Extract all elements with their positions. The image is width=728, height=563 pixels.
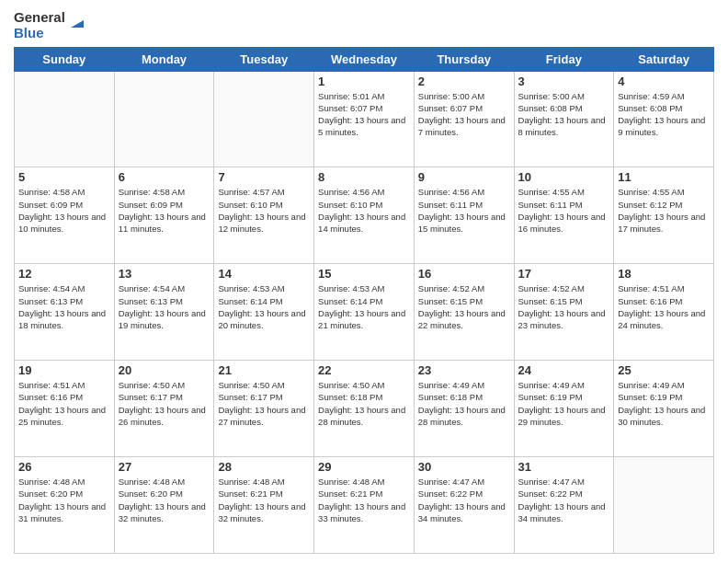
day-info: Sunrise: 4:49 AM Sunset: 6:19 PM Dayligh…	[618, 379, 710, 428]
day-number: 9	[418, 170, 510, 184]
calendar-week-1: 5Sunrise: 4:58 AM Sunset: 6:09 PM Daylig…	[15, 167, 714, 264]
calendar-cell: 7Sunrise: 4:57 AM Sunset: 6:10 PM Daylig…	[214, 167, 314, 264]
calendar-cell: 13Sunrise: 4:54 AM Sunset: 6:13 PM Dayli…	[114, 264, 214, 361]
calendar-cell: 12Sunrise: 4:54 AM Sunset: 6:13 PM Dayli…	[15, 264, 115, 361]
day-info: Sunrise: 4:50 AM Sunset: 6:17 PM Dayligh…	[119, 379, 210, 428]
day-number: 17	[518, 267, 610, 281]
day-number: 23	[418, 363, 510, 377]
day-number: 3	[518, 75, 610, 88]
calendar-cell: 23Sunrise: 4:49 AM Sunset: 6:18 PM Dayli…	[414, 361, 514, 457]
day-number: 16	[418, 267, 510, 281]
day-number: 19	[18, 363, 110, 377]
day-info: Sunrise: 4:48 AM Sunset: 6:21 PM Dayligh…	[318, 476, 410, 524]
calendar-cell: 8Sunrise: 4:56 AM Sunset: 6:10 PM Daylig…	[314, 167, 415, 264]
calendar-cell: 6Sunrise: 4:58 AM Sunset: 6:09 PM Daylig…	[114, 167, 214, 264]
day-info: Sunrise: 4:53 AM Sunset: 6:14 PM Dayligh…	[218, 282, 310, 331]
calendar-cell	[15, 71, 115, 167]
day-info: Sunrise: 4:54 AM Sunset: 6:13 PM Dayligh…	[119, 282, 210, 331]
calendar-cell: 28Sunrise: 4:48 AM Sunset: 6:21 PM Dayli…	[214, 457, 314, 554]
day-info: Sunrise: 5:01 AM Sunset: 6:07 PM Dayligh…	[318, 90, 410, 139]
calendar-cell: 17Sunrise: 4:52 AM Sunset: 6:15 PM Dayli…	[514, 264, 614, 361]
day-info: Sunrise: 4:56 AM Sunset: 6:11 PM Dayligh…	[418, 186, 510, 235]
calendar-cell: 16Sunrise: 4:52 AM Sunset: 6:15 PM Dayli…	[414, 264, 514, 361]
day-number: 2	[418, 75, 510, 88]
weekday-thursday: Thursday	[414, 47, 514, 71]
day-info: Sunrise: 4:57 AM Sunset: 6:10 PM Dayligh…	[218, 186, 310, 235]
calendar-cell: 11Sunrise: 4:55 AM Sunset: 6:12 PM Dayli…	[614, 167, 714, 264]
calendar-cell	[614, 457, 714, 554]
day-info: Sunrise: 4:58 AM Sunset: 6:09 PM Dayligh…	[18, 186, 110, 235]
day-number: 21	[218, 363, 310, 377]
calendar-cell: 1Sunrise: 5:01 AM Sunset: 6:07 PM Daylig…	[314, 71, 415, 167]
calendar-cell: 24Sunrise: 4:49 AM Sunset: 6:19 PM Dayli…	[514, 361, 614, 457]
calendar-cell: 9Sunrise: 4:56 AM Sunset: 6:11 PM Daylig…	[414, 167, 514, 264]
day-number: 13	[119, 267, 210, 281]
day-info: Sunrise: 4:50 AM Sunset: 6:18 PM Dayligh…	[318, 379, 410, 428]
weekday-wednesday: Wednesday	[314, 47, 415, 71]
day-number: 14	[218, 267, 310, 281]
weekday-monday: Monday	[114, 47, 214, 71]
day-number: 1	[318, 75, 410, 88]
day-number: 31	[518, 460, 610, 474]
page-header: General Blue	[14, 9, 714, 41]
day-info: Sunrise: 4:48 AM Sunset: 6:20 PM Dayligh…	[18, 476, 110, 524]
calendar-cell: 27Sunrise: 4:48 AM Sunset: 6:20 PM Dayli…	[114, 457, 214, 554]
day-info: Sunrise: 4:47 AM Sunset: 6:22 PM Dayligh…	[518, 476, 610, 524]
calendar-week-2: 12Sunrise: 4:54 AM Sunset: 6:13 PM Dayli…	[15, 264, 714, 361]
day-info: Sunrise: 4:53 AM Sunset: 6:14 PM Dayligh…	[318, 282, 410, 331]
weekday-header-row: SundayMondayTuesdayWednesdayThursdayFrid…	[15, 47, 714, 71]
calendar-cell: 19Sunrise: 4:51 AM Sunset: 6:16 PM Dayli…	[15, 361, 115, 457]
day-number: 27	[119, 460, 210, 474]
day-info: Sunrise: 4:55 AM Sunset: 6:11 PM Dayligh…	[518, 186, 610, 235]
weekday-friday: Friday	[514, 47, 614, 71]
day-info: Sunrise: 4:52 AM Sunset: 6:15 PM Dayligh…	[418, 282, 510, 331]
weekday-sunday: Sunday	[15, 47, 115, 71]
calendar-cell: 5Sunrise: 4:58 AM Sunset: 6:09 PM Daylig…	[15, 167, 115, 264]
day-number: 18	[618, 267, 710, 281]
day-number: 4	[618, 75, 710, 88]
day-info: Sunrise: 5:00 AM Sunset: 6:07 PM Dayligh…	[418, 90, 510, 139]
day-number: 25	[618, 363, 710, 377]
day-info: Sunrise: 4:47 AM Sunset: 6:22 PM Dayligh…	[418, 476, 510, 524]
calendar-cell: 30Sunrise: 4:47 AM Sunset: 6:22 PM Dayli…	[414, 457, 514, 554]
calendar-week-0: 1Sunrise: 5:01 AM Sunset: 6:07 PM Daylig…	[15, 71, 714, 167]
calendar-cell	[214, 71, 314, 167]
calendar-cell: 22Sunrise: 4:50 AM Sunset: 6:18 PM Dayli…	[314, 361, 415, 457]
calendar-cell: 21Sunrise: 4:50 AM Sunset: 6:17 PM Dayli…	[214, 361, 314, 457]
day-info: Sunrise: 4:51 AM Sunset: 6:16 PM Dayligh…	[618, 282, 710, 331]
logo-arrow-icon	[67, 11, 87, 31]
calendar-week-3: 19Sunrise: 4:51 AM Sunset: 6:16 PM Dayli…	[15, 361, 714, 457]
day-number: 24	[518, 363, 610, 377]
logo-blue-text: Blue	[14, 25, 65, 40]
day-info: Sunrise: 4:54 AM Sunset: 6:13 PM Dayligh…	[18, 282, 110, 331]
day-info: Sunrise: 4:49 AM Sunset: 6:19 PM Dayligh…	[518, 379, 610, 428]
day-info: Sunrise: 4:58 AM Sunset: 6:09 PM Dayligh…	[119, 186, 210, 235]
calendar-week-4: 26Sunrise: 4:48 AM Sunset: 6:20 PM Dayli…	[15, 457, 714, 554]
day-number: 12	[18, 267, 110, 281]
day-number: 11	[618, 170, 710, 184]
day-info: Sunrise: 4:59 AM Sunset: 6:08 PM Dayligh…	[618, 90, 710, 139]
calendar-table: SundayMondayTuesdayWednesdayThursdayFrid…	[14, 47, 714, 555]
day-number: 29	[318, 460, 410, 474]
weekday-tuesday: Tuesday	[214, 47, 314, 71]
day-info: Sunrise: 4:48 AM Sunset: 6:21 PM Dayligh…	[218, 476, 310, 524]
calendar-cell: 4Sunrise: 4:59 AM Sunset: 6:08 PM Daylig…	[614, 71, 714, 167]
calendar-cell: 18Sunrise: 4:51 AM Sunset: 6:16 PM Dayli…	[614, 264, 714, 361]
day-number: 28	[218, 460, 310, 474]
day-number: 8	[318, 170, 410, 184]
calendar-cell: 2Sunrise: 5:00 AM Sunset: 6:07 PM Daylig…	[414, 71, 514, 167]
calendar-cell: 15Sunrise: 4:53 AM Sunset: 6:14 PM Dayli…	[314, 264, 415, 361]
calendar-cell: 29Sunrise: 4:48 AM Sunset: 6:21 PM Dayli…	[314, 457, 415, 554]
day-info: Sunrise: 4:56 AM Sunset: 6:10 PM Dayligh…	[318, 186, 410, 235]
calendar-cell: 14Sunrise: 4:53 AM Sunset: 6:14 PM Dayli…	[214, 264, 314, 361]
calendar-cell: 26Sunrise: 4:48 AM Sunset: 6:20 PM Dayli…	[15, 457, 115, 554]
weekday-saturday: Saturday	[614, 47, 714, 71]
calendar-cell: 31Sunrise: 4:47 AM Sunset: 6:22 PM Dayli…	[514, 457, 614, 554]
day-info: Sunrise: 4:52 AM Sunset: 6:15 PM Dayligh…	[518, 282, 610, 331]
day-info: Sunrise: 4:51 AM Sunset: 6:16 PM Dayligh…	[18, 379, 110, 428]
day-number: 30	[418, 460, 510, 474]
calendar-cell: 25Sunrise: 4:49 AM Sunset: 6:19 PM Dayli…	[614, 361, 714, 457]
day-number: 22	[318, 363, 410, 377]
day-info: Sunrise: 4:49 AM Sunset: 6:18 PM Dayligh…	[418, 379, 510, 428]
svg-marker-0	[71, 20, 84, 28]
